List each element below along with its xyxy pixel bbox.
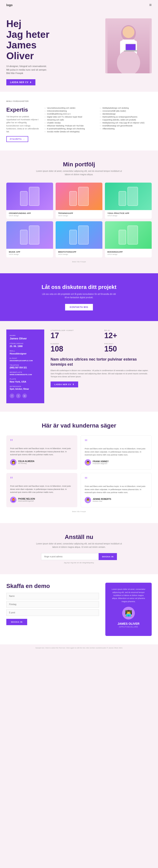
expertise-skill-item: Streaming och radio	[44, 118, 96, 121]
testimonial-text: Proin sed libero enim sed faucibus turpi…	[10, 485, 74, 494]
demo-submit-button[interactable]: SKICKA IN	[6, 619, 27, 625]
hire-email-input[interactable]	[41, 553, 98, 560]
portfolio-card[interactable]: YOGA PRACTICE APP UI/UX design	[105, 183, 152, 219]
testimonials-credit: Bilder från Freepik	[6, 510, 152, 513]
hire-submit-button[interactable]: SKICKA IN	[98, 553, 117, 560]
awards-stat: UTMÄRKELSER VUNNIT 17	[50, 330, 98, 339]
testimonial-text: Proin sed libero enim sed faucibus turpi…	[10, 447, 74, 456]
author-avatar: 👩‍🦰	[10, 497, 16, 503]
hero-section: Hej Jag heter James Oliver UI-designer, …	[0, 10, 158, 92]
author-role: Kontors chef	[93, 500, 111, 502]
expertise-skill-item: Digital video och TV, inklusive Super Bo…	[44, 115, 96, 118]
expertise-col-1: Varumärkesutveckling och värdenOnkonstru…	[44, 106, 96, 142]
expertise-skill-item: Innehållsstrategi och genomförande	[100, 124, 152, 127]
expertise-skill-item: Marknadsföring av smärprograms/havens	[100, 115, 152, 118]
expertise-skill-item: Sociala medier (betala och ekologiska)	[44, 130, 96, 133]
testimonial-author: 👩 CELIA ALMEIDA I/O Konsng	[10, 459, 74, 465]
author-role: I/O Konsng	[18, 462, 35, 464]
portfolio-section: Min portfölj Lorem ipsum dolor sit amet,…	[0, 151, 158, 273]
contact-cta-button[interactable]: KONTAKTA MIG	[65, 304, 93, 310]
quote-mark: "	[85, 477, 148, 483]
portfolio-card-sub: UI/UX design	[108, 215, 149, 217]
author-avatar: 👩‍💼	[85, 497, 91, 503]
portfolio-grid: CROWDFUNDING APP UI/UX design TRÄNINGSAP…	[6, 183, 152, 257]
portfolio-credit: Bilder från Freepik	[6, 261, 152, 263]
hero-image	[105, 19, 152, 73]
author-name: CELIA ALMEIDA	[18, 460, 35, 462]
stat-phone: TELEFON (985) 587 054 321	[10, 364, 41, 369]
portfolio-card[interactable]: CROWDFUNDING APP UI/UX design	[6, 183, 53, 219]
testimonial-card: " Proin sed libero enim sed faucibus tur…	[81, 435, 152, 470]
stat-email: E-POST DESIGNER@EXAMPLE.COM	[10, 358, 41, 362]
expertise-cta-button[interactable]: ÅTGÄRPTA →	[6, 136, 28, 142]
expertise-skill-item: Chattilin Vendas	[44, 121, 96, 124]
social-links: f t in	[10, 394, 41, 398]
hero-text: Hej Jag heter James Oliver UI-designer, …	[6, 19, 105, 85]
stats-quote-body: Eliamt elit scelerisque in dictum non co…	[50, 369, 152, 378]
demo-title: Skaffa en demo	[6, 583, 99, 589]
portfolio-card[interactable]: MEDITATIONSAPP UI/UX design	[55, 221, 103, 257]
demo-section: Skaffa en demo SKICKA IN Lorem ipsum dol…	[0, 574, 158, 644]
logo: logo	[6, 3, 13, 7]
portfolio-card-title: TRÄNINGSAPP	[58, 212, 100, 214]
stat-birthday: FÖDELSEDAG 25. 06. 1988	[10, 343, 41, 347]
expertise-title: Expertis	[6, 106, 40, 113]
twitter-icon[interactable]: t	[16, 394, 21, 398]
stats-section: NAMN James Oliver FÖDELSEDAG 25. 06. 198…	[0, 321, 158, 412]
portfolio-card[interactable]: TRÄNINGSAPP UI/UX design	[55, 183, 103, 219]
navbar: logo ≡	[0, 0, 158, 10]
author-name: FRANK KINNEY	[93, 460, 109, 463]
author-avatar: 👨	[85, 459, 91, 466]
expertise-left: Expertis Tuli decprime ser praktisk. Upp…	[6, 106, 40, 142]
svg-rect-7	[124, 51, 137, 51]
hero-cta-button[interactable]: LADDA NER CV ⬇	[6, 79, 35, 85]
clients-stat: KUNDER 108	[50, 343, 98, 353]
footer: Sample text. Click to select the Text to…	[0, 644, 158, 651]
portfolio-card-image	[105, 183, 152, 210]
expertise-skill-item: Identitetsdesign	[100, 113, 152, 115]
testimonials-header: Här är vad kunderna säger	[6, 422, 152, 429]
expertise-skill-item: Affärsrelanting	[100, 127, 152, 130]
portfolio-card[interactable]: MUSIK APP UI/UX design	[6, 221, 53, 257]
demo-field[interactable]	[6, 593, 99, 599]
portfolio-card-sub: UI/UX design	[9, 253, 50, 255]
portfolio-card-image	[55, 183, 103, 210]
contact-cta-title: Låt oss diskutera ditt projekt	[6, 284, 152, 290]
expertise-skill-item: Innehållsabförning SÄO & X	[44, 113, 96, 115]
portfolio-card-image	[55, 221, 103, 249]
expertise-skill-item: Copywriting (tekniks, webb och produkt)	[100, 118, 152, 121]
demo-right-panel: Lorem ipsum dolor sit amet, consectetur …	[105, 583, 152, 636]
demo-form: SKICKA IN	[6, 593, 99, 625]
portfolio-card[interactable]: BOKNINGSAPP UI/UX design	[105, 221, 152, 257]
portfolio-card-image	[6, 221, 53, 249]
author-avatar: 👩	[10, 459, 16, 465]
portfolio-card-image	[105, 221, 152, 249]
expertise-skill-item: Medieplanning och -Köp (upp till 15 milj…	[100, 121, 152, 124]
stats-quote-title: Nam ultrices ultrices nec tortor pulvina…	[50, 357, 152, 367]
expertise-skill-item: Influenser Marketing: Podcast och YouTub…	[44, 124, 96, 127]
expertise-skill-item: Varumärkesutveckling och värden	[44, 106, 96, 110]
expertise-description: Tuli decprime ser praktisk. Uppskattad o…	[6, 115, 40, 133]
testimonial-card: " Proin sed libero enim sed faucibus tur…	[81, 473, 152, 507]
testimonial-author: 👩‍💼 JENNIE ROBERTS Kontors chef	[85, 497, 148, 503]
testimonial-author: 👨 FRANK KINNEY Finansiell rådgivare	[85, 459, 148, 466]
portfolio-card-sub: UI/UX design	[9, 215, 50, 217]
instagram-icon[interactable]: in	[22, 394, 27, 398]
stat-name: NAMN James Oliver	[10, 335, 41, 340]
expertise-col-2: Webbpladsdesign och ändstingAnnonsinnehå…	[100, 106, 152, 142]
demo-field[interactable]	[6, 601, 99, 608]
testimonials-section: Här är vad kunderna säger " Proin sed li…	[0, 412, 158, 523]
quote-mark: "	[85, 439, 148, 445]
testimonial-text: Proin sed libero enim sed faucibus turpi…	[85, 447, 148, 456]
svg-rect-6	[126, 44, 135, 50]
testimonial-author: 👩‍🦰 PHOBE NELSON Marknadsföringschef	[10, 497, 74, 503]
portfolio-card-image	[6, 183, 53, 210]
hire-note: Jag bryr mig inte om din integritetspoli…	[6, 562, 152, 564]
stats-cta-button[interactable]: LADDA NER CV ⬇	[50, 381, 78, 388]
stat-role: ROLL Huvuddesigner	[10, 350, 41, 355]
facebook-icon[interactable]: f	[10, 394, 14, 398]
demo-field[interactable]	[6, 609, 99, 616]
menu-toggle[interactable]: ≡	[149, 3, 152, 7]
testimonials-grid: " Proin sed libero enim sed faucibus tur…	[6, 435, 152, 507]
expertise-skill-item: Onkonstruktionsbalning	[44, 110, 96, 113]
